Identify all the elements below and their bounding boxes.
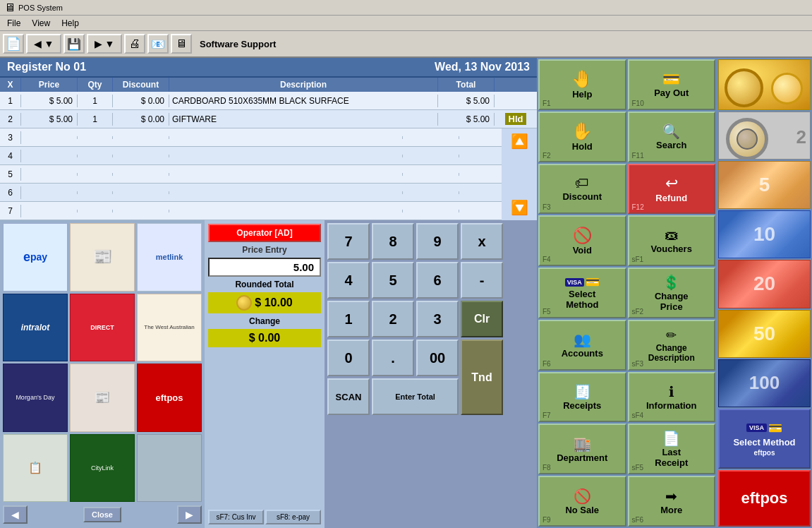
more-icon: ➡ xyxy=(665,488,677,505)
hold-btn[interactable]: F2 ✋ Hold xyxy=(538,112,626,162)
hundred-dollar-note: 100 xyxy=(718,359,811,407)
coin-icon xyxy=(236,295,252,311)
logo-magazines[interactable]: 📰 xyxy=(70,223,135,292)
receipts-btn[interactable]: F7 🧾 Receipts xyxy=(538,372,626,423)
num-scan-btn[interactable]: SCAN xyxy=(327,378,370,415)
col-total: Total xyxy=(438,78,495,92)
scroll-up-btn[interactable]: 🔼 xyxy=(511,133,528,150)
num-enter-btn[interactable]: Enter Total xyxy=(372,378,459,415)
logo-row-3: Morgan's Day 📰 eftpos xyxy=(3,364,202,432)
mc-large-icon: 💳 xyxy=(768,421,782,435)
table-row[interactable]: 6 xyxy=(0,184,502,202)
table-row[interactable]: 1 $ 5.00 1 $ 0.00 CARDBOARD 510X635MM BL… xyxy=(0,92,537,110)
change-price-label: ChangePrice xyxy=(655,291,689,312)
logo-nav: ◀ Close ▶ xyxy=(3,504,202,525)
select-method-btn[interactable]: F5 VISA 💳 SelectMethod xyxy=(538,268,626,318)
num-00-btn[interactable]: 00 xyxy=(416,340,459,376)
department-key: F8 xyxy=(543,464,551,472)
mc-icon: 💳 xyxy=(586,275,600,289)
num-4-btn[interactable]: 4 xyxy=(327,262,370,299)
logo-epay[interactable]: epay xyxy=(3,223,68,292)
menu-view[interactable]: View xyxy=(26,17,56,30)
transaction-table: X Price Qty Discount Description Total 1… xyxy=(0,78,537,220)
department-btn[interactable]: F8 🏬 Department xyxy=(538,424,626,474)
cus-inv-btn[interactable]: sF7: Cus Inv xyxy=(208,510,264,524)
num-1-btn[interactable]: 1 xyxy=(327,301,370,337)
hand-icon: 🤚 xyxy=(571,69,593,89)
num-5-btn[interactable]: 5 xyxy=(372,262,414,299)
toolbar-save-btn[interactable]: 💾 xyxy=(63,34,85,54)
table-row[interactable]: 3 xyxy=(0,128,502,147)
num-minus-btn[interactable]: - xyxy=(461,262,503,299)
accounts-icon: 👥 xyxy=(574,331,591,348)
accounts-key: F6 xyxy=(543,360,551,368)
toolbar-email-btn[interactable]: 📧 xyxy=(147,34,169,54)
num-9-btn[interactable]: 9 xyxy=(416,223,459,260)
refund-btn[interactable]: F12 ↩ Refund xyxy=(628,164,716,215)
cell-price: $ 5.00 xyxy=(21,113,78,126)
operator-panel: Operator [AD] Price Entry 5.00 Rounded T… xyxy=(205,220,325,528)
change-value: $ 0.00 xyxy=(208,329,321,347)
num-dot-btn[interactable]: . xyxy=(372,340,414,376)
logo-misc[interactable]: 📋 xyxy=(3,434,68,503)
logo-direct[interactable]: DIRECT xyxy=(70,294,135,362)
help-btn[interactable]: F1 🤚 Help xyxy=(538,59,626,110)
logo-intralot[interactable]: intralot xyxy=(3,294,68,362)
select-method-large-btn[interactable]: VISA 💳 Select Method eftpos xyxy=(718,409,811,469)
num-tnd-btn[interactable]: Tnd xyxy=(461,340,503,415)
num-3-btn[interactable]: 3 xyxy=(416,301,459,337)
table-row[interactable]: 4 xyxy=(0,147,502,165)
num-clr-btn[interactable]: Clr xyxy=(461,301,503,337)
logo-prev-btn[interactable]: ◀ xyxy=(3,505,28,524)
toolbar-print-btn[interactable]: 🖨 xyxy=(124,34,145,54)
logo-mags[interactable]: 📰 xyxy=(70,364,135,432)
logo-west-australian[interactable]: The West Australian xyxy=(137,294,202,362)
logo-close-btn[interactable]: Close xyxy=(83,507,121,522)
menu-help[interactable]: Help xyxy=(56,17,85,30)
change-desc-btn[interactable]: sF3 ✏ ChangeDescription xyxy=(628,320,716,371)
col-price: Price xyxy=(21,78,78,92)
cell-total: $ 5.00 xyxy=(438,95,495,107)
information-btn[interactable]: sF4 ℹ Information xyxy=(628,372,716,423)
num-x-btn[interactable]: x xyxy=(461,223,503,260)
price-entry-label: Price Entry xyxy=(208,245,321,255)
logo-citylink[interactable]: CityLink xyxy=(70,434,135,503)
no-sale-btn[interactable]: F9 🚫 No Sale xyxy=(538,476,626,527)
void-btn[interactable]: F4 🚫 Void xyxy=(538,215,626,266)
more-btn[interactable]: sF6 ➡ More xyxy=(628,476,716,527)
logo-metlink[interactable]: metlink xyxy=(137,223,202,292)
last-receipt-btn[interactable]: sF5 📄 LastReceipt xyxy=(628,424,716,474)
table-row[interactable]: 5 xyxy=(0,165,502,184)
num-8-btn[interactable]: 8 xyxy=(372,223,414,260)
hold-icon: ✋ xyxy=(571,121,593,141)
accounts-btn[interactable]: F6 👥 Accounts xyxy=(538,320,626,371)
num-0-btn[interactable]: 0 xyxy=(327,340,370,376)
table-row[interactable]: 7 xyxy=(0,202,502,220)
search-btn[interactable]: F11 🔍 Search xyxy=(628,112,716,162)
num-7-btn[interactable]: 7 xyxy=(327,223,370,260)
hld-badge: Hld xyxy=(505,113,527,125)
num-2-btn[interactable]: 2 xyxy=(372,301,414,337)
logo-eftpos2[interactable]: eftpos xyxy=(137,364,202,432)
change-price-btn[interactable]: sF2 💲 ChangePrice xyxy=(628,268,716,318)
num-6-btn[interactable]: 6 xyxy=(416,262,459,299)
toolbar-fwd-btn[interactable]: ▶ ▼ xyxy=(87,34,122,54)
vouchers-btn[interactable]: sF1 🎟 Vouchers xyxy=(628,215,716,266)
discount-btn[interactable]: F3 🏷 Discount xyxy=(538,164,626,215)
table-row[interactable]: 2 $ 5.00 1 $ 0.00 GIFTWARE $ 5.00 Hld xyxy=(0,110,537,128)
logo-morgans[interactable]: Morgan's Day xyxy=(3,364,68,432)
toolbar-back-btn[interactable]: ◀ ▼ xyxy=(26,34,61,54)
toolbar-new-btn[interactable]: 📄 xyxy=(3,34,24,54)
discount-key: F3 xyxy=(543,203,551,211)
logo-next-btn[interactable]: ▶ xyxy=(177,505,202,524)
payout-btn[interactable]: F10 💳 Pay Out xyxy=(628,59,716,110)
logos-panel: epay 📰 metlink intralot DIRECT The West … xyxy=(0,220,205,528)
eftpos-large-btn[interactable]: eftpos xyxy=(718,470,811,527)
table-nav: 🔼 🔽 xyxy=(502,128,537,220)
menu-file[interactable]: File xyxy=(1,17,26,30)
money-panel: 2 5 10 20 50 100 xyxy=(717,58,812,528)
toolbar-monitor-btn[interactable]: 🖥 xyxy=(171,34,192,54)
cell-qty: 1 xyxy=(78,95,113,107)
epay-btn[interactable]: sF8: e-pay xyxy=(265,510,321,524)
scroll-down-btn[interactable]: 🔽 xyxy=(511,199,528,216)
